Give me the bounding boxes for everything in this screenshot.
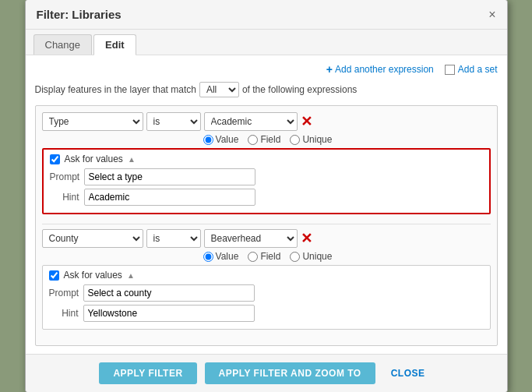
hint-input-1[interactable] [84, 189, 255, 206]
radio-unique-1[interactable]: Unique [290, 134, 332, 145]
radio-unique-2[interactable]: Unique [290, 251, 332, 262]
expression-row-2: County Type is is not Beaverhead Yellows… [42, 229, 491, 248]
dialog-body: + Add another expression Add a set Displ… [26, 55, 507, 354]
prompt-label-1: Prompt [50, 171, 79, 182]
dialog-title: Filter: Libraries [37, 8, 122, 21]
field-select-1[interactable]: Type County [42, 112, 143, 131]
sort-icon-2: ▲ [127, 271, 135, 280]
ask-values-checkbox-1[interactable] [50, 154, 60, 164]
expressions-container: Type County is is not Academic Public ✕ [35, 105, 498, 346]
hint-row-2: Hint [49, 305, 484, 322]
ask-values-label-1: Ask for values [65, 154, 123, 164]
ask-values-label-2: Ask for values [64, 270, 122, 281]
hint-row-1: Hint [50, 189, 483, 206]
hint-input-2[interactable] [83, 305, 255, 322]
radio-field-1[interactable]: Field [248, 134, 280, 145]
divider-1 [42, 224, 491, 224]
close-button[interactable]: CLOSE [383, 362, 433, 384]
ask-values-box-1: Ask for values ▲ Prompt Hint [42, 148, 491, 214]
radio-row-2: Value Field Unique [45, 251, 491, 262]
hint-label-2: Hint [49, 308, 79, 319]
value-select-2[interactable]: Beaverhead Yellowstone [204, 229, 298, 248]
expression-block-2: County Type is is not Beaverhead Yellows… [42, 229, 491, 330]
add-expression-button[interactable]: + Add another expression [326, 63, 434, 76]
tab-change[interactable]: Change [33, 34, 93, 55]
operator-select-2[interactable]: is is not [146, 229, 201, 248]
field-select-2[interactable]: County Type [42, 229, 143, 248]
ask-header-2: Ask for values ▲ [49, 270, 484, 281]
apply-filter-zoom-button[interactable]: APPLY FILTER AND ZOOM TO [205, 362, 375, 384]
radio-row-1: Value Field Unique [45, 134, 491, 145]
prompt-row-1: Prompt [50, 168, 483, 185]
tab-edit[interactable]: Edit [93, 34, 136, 55]
close-icon[interactable]: × [488, 9, 495, 21]
radio-value-2[interactable]: Value [203, 251, 239, 262]
prompt-input-2[interactable] [83, 284, 255, 302]
ask-values-checkbox-2[interactable] [49, 270, 59, 281]
dialog-footer: APPLY FILTER APPLY FILTER AND ZOOM TO CL… [26, 354, 507, 392]
remove-expression-1-button[interactable]: ✕ [301, 115, 312, 129]
tab-bar: Change Edit [26, 30, 507, 55]
remove-expression-2-button[interactable]: ✕ [301, 231, 312, 245]
add-set-button[interactable]: Add a set [445, 64, 498, 75]
match-row: Display features in the layer that match… [35, 82, 498, 97]
match-select[interactable]: All Any [199, 82, 239, 97]
plus-icon: + [326, 63, 333, 76]
expression-row-1: Type County is is not Academic Public ✕ [42, 112, 491, 131]
ask-header-1: Ask for values ▲ [50, 154, 483, 164]
radio-field-2[interactable]: Field [248, 251, 280, 262]
prompt-label-2: Prompt [49, 288, 79, 298]
expression-block-1: Type County is is not Academic Public ✕ [42, 112, 491, 214]
radio-value-1[interactable]: Value [203, 134, 239, 145]
sort-icon-1: ▲ [128, 155, 136, 164]
operator-select-1[interactable]: is is not [146, 112, 201, 131]
checkbox-icon [445, 65, 455, 75]
dialog-header: Filter: Libraries × [26, 0, 507, 30]
ask-values-box-2: Ask for values ▲ Prompt Hint [42, 265, 491, 330]
hint-label-1: Hint [50, 192, 79, 203]
toolbar: + Add another expression Add a set [35, 63, 498, 76]
prompt-row-2: Prompt [49, 284, 484, 302]
value-select-1[interactable]: Academic Public [204, 112, 298, 131]
apply-filter-button[interactable]: APPLY FILTER [99, 362, 196, 384]
prompt-input-1[interactable] [84, 168, 255, 185]
filter-dialog: Filter: Libraries × Change Edit + Add an… [25, 0, 508, 392]
